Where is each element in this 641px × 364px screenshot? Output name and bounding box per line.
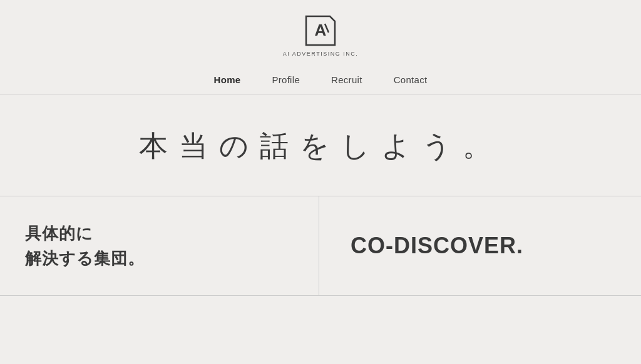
logo-text: AI ADVERTISING INC. <box>283 51 358 57</box>
svg-text:A: A <box>315 21 327 39</box>
hero-section: 本当の話をしよう。 <box>0 94 641 196</box>
bottom-left-line1: 具体的に <box>25 224 93 243</box>
co-discover-text: CO-DISCOVER. <box>351 233 523 259</box>
bottom-left-panel: 具体的に 解決する集団。 <box>0 196 319 295</box>
nav-list: Home Profile Recruit Contact <box>214 67 428 94</box>
nav-item-recruit[interactable]: Recruit <box>331 74 362 85</box>
nav-divider-top <box>0 94 641 94</box>
bottom-section: 具体的に 解決する集団。 CO-DISCOVER. <box>0 196 641 296</box>
nav-item-profile[interactable]: Profile <box>272 74 300 85</box>
logo-container: A AI ADVERTISING INC. <box>283 14 358 57</box>
bottom-left-text: 具体的に 解決する集団。 <box>25 221 294 271</box>
hero-heading: 本当の話をしよう。 <box>139 127 503 166</box>
nav-item-home[interactable]: Home <box>214 74 241 85</box>
nav-item-contact[interactable]: Contact <box>394 74 428 85</box>
main-nav: Home Profile Recruit Contact <box>214 67 428 94</box>
bottom-right-panel: CO-DISCOVER. <box>319 196 641 295</box>
header: A AI ADVERTISING INC. Home Profile Recru… <box>0 0 641 94</box>
logo-icon: A <box>304 14 337 48</box>
bottom-left-line2: 解決する集団。 <box>25 249 145 268</box>
